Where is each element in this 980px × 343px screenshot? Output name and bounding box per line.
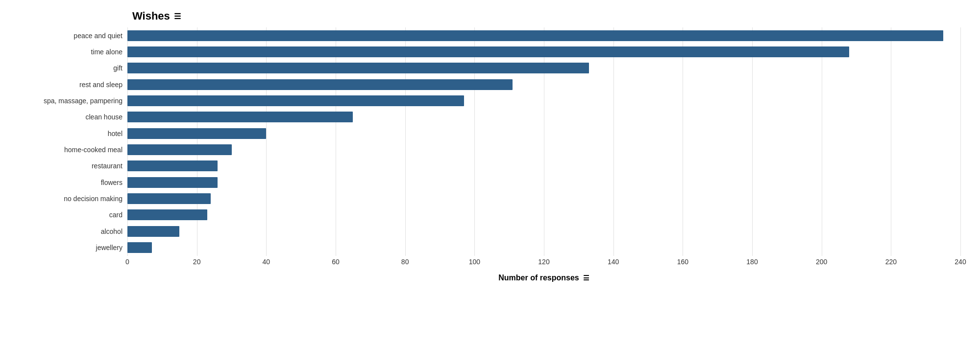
- bar: [127, 112, 353, 122]
- bar: [127, 193, 211, 204]
- y-label: jewellery: [96, 240, 122, 255]
- x-tick-label: 20: [193, 258, 201, 266]
- title-text: Wishes: [132, 10, 170, 23]
- bar: [127, 128, 266, 139]
- title-filter-icon: ☰: [174, 12, 181, 21]
- bars-section: peace and quiettime alonegiftrest and sl…: [10, 27, 960, 256]
- y-label: rest and sleep: [79, 77, 122, 92]
- bar-row: [127, 126, 960, 141]
- bar: [127, 242, 152, 253]
- x-tick-label: 80: [401, 258, 409, 266]
- chart-area: peace and quiettime alonegiftrest and sl…: [10, 27, 960, 282]
- bar-row: [127, 61, 960, 75]
- bar: [127, 209, 207, 220]
- x-axis-label-text: Number of responses: [498, 274, 579, 282]
- bar-row: [127, 142, 960, 157]
- bar: [127, 160, 218, 171]
- y-label: gift: [113, 61, 122, 75]
- bar-row: [127, 224, 960, 239]
- y-label: restaurant: [92, 159, 122, 173]
- y-label: home-cooked meal: [64, 142, 122, 157]
- x-axis: 020406080100120140160180200220240 Number…: [127, 258, 960, 282]
- plot-area: [127, 27, 960, 256]
- x-tick-label: 60: [332, 258, 340, 266]
- bar-row: [127, 240, 960, 255]
- y-label: hotel: [108, 126, 122, 141]
- y-label: clean house: [85, 110, 122, 124]
- bar-row: [127, 191, 960, 206]
- bar: [127, 144, 232, 155]
- y-label: no decision making: [64, 191, 122, 206]
- bar: [127, 177, 218, 188]
- x-tick-label: 40: [263, 258, 270, 266]
- x-tick-label: 240: [955, 258, 966, 266]
- y-label: spa, massage, pampering: [44, 93, 122, 108]
- y-labels: peace and quiettime alonegiftrest and sl…: [10, 27, 127, 256]
- x-axis-title: Number of responses ☰: [127, 274, 960, 282]
- chart-title: Wishes ☰: [132, 10, 960, 23]
- x-tick-label: 0: [125, 258, 129, 266]
- x-tick-label: 220: [885, 258, 897, 266]
- bar-row: [127, 110, 960, 124]
- x-tick-label: 200: [816, 258, 827, 266]
- x-axis-filter-icon: ☰: [583, 274, 589, 282]
- grid-line: [960, 27, 961, 256]
- bar-row: [127, 175, 960, 190]
- y-label: flowers: [101, 175, 122, 190]
- y-label: alcohol: [101, 224, 122, 239]
- y-label: peace and quiet: [74, 28, 122, 43]
- bar: [127, 226, 179, 237]
- bar-row: [127, 45, 960, 59]
- bar-row: [127, 93, 960, 108]
- bar: [127, 30, 943, 41]
- y-label: time alone: [91, 45, 122, 59]
- bar-row: [127, 28, 960, 43]
- bar: [127, 46, 849, 57]
- chart-container: Wishes ☰ peace and quiettime alonegiftre…: [0, 0, 980, 343]
- x-tick-labels: 020406080100120140160180200220240: [127, 258, 960, 270]
- x-tick-label: 100: [469, 258, 480, 266]
- bar: [127, 63, 589, 73]
- x-tick-label: 140: [608, 258, 619, 266]
- bar-row: [127, 159, 960, 173]
- bar-row: [127, 207, 960, 222]
- bar: [127, 95, 464, 106]
- bar: [127, 79, 513, 90]
- x-tick-label: 120: [538, 258, 549, 266]
- y-label: card: [109, 207, 122, 222]
- x-tick-label: 160: [677, 258, 688, 266]
- bar-row: [127, 77, 960, 92]
- x-tick-label: 180: [746, 258, 758, 266]
